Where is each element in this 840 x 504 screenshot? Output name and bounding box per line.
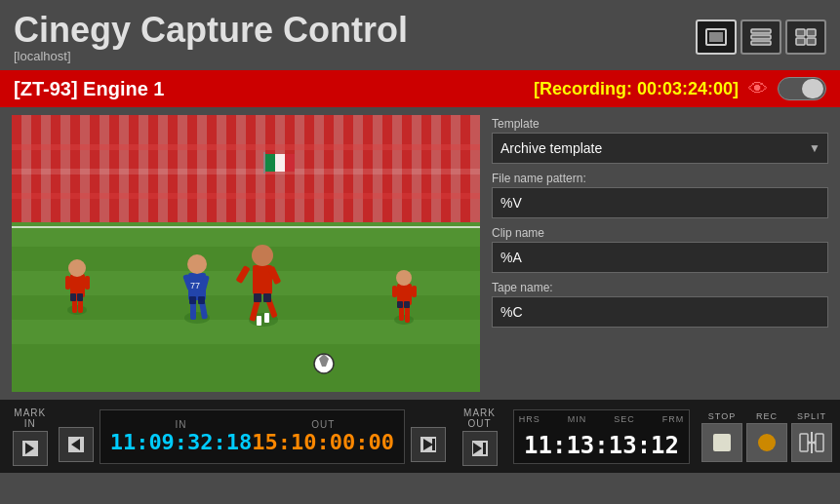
svg-rect-54 (257, 316, 261, 326)
svg-point-39 (187, 254, 207, 274)
app-header: Cinegy Capture Control [localhost] (0, 0, 840, 70)
svg-rect-3 (751, 35, 771, 39)
hrs-label: HRS (519, 414, 540, 424)
split-icon (799, 430, 824, 455)
clip-name-label: Clip name (492, 226, 828, 240)
list-view-button[interactable] (740, 19, 781, 55)
svg-rect-33 (70, 293, 76, 301)
current-tc-value: 11:13:13:12 (524, 432, 679, 459)
clip-name-input[interactable] (492, 242, 828, 273)
right-panel: Template Archive template ▼ File name pa… (492, 115, 828, 392)
split-button[interactable] (791, 423, 832, 462)
svg-rect-53 (263, 293, 271, 302)
svg-rect-16 (12, 193, 480, 199)
mark-out-button[interactable] (462, 431, 498, 466)
svg-rect-6 (807, 29, 816, 36)
svg-rect-1 (709, 32, 723, 42)
stop-icon (713, 434, 731, 451)
mark-in-label: MARK IN (8, 407, 53, 429)
timecode-strip: IN 11:09:32:18 OUT 15:10:00:00 (100, 409, 405, 464)
toggle-knob (802, 79, 823, 98)
tc-in-label: IN (175, 419, 186, 430)
svg-rect-31 (65, 276, 70, 290)
list-view-icon (750, 28, 772, 46)
tc-units-row: HRS MIN SEC FRM (524, 414, 679, 424)
svg-rect-52 (254, 293, 261, 302)
svg-rect-34 (77, 293, 83, 301)
goto-in-button[interactable] (59, 427, 94, 462)
svg-rect-19 (285, 154, 295, 172)
split-label: SPLIT (791, 411, 832, 421)
mark-in-icon (20, 439, 40, 458)
app-subtitle: [localhost] (14, 49, 408, 63)
svg-text:77: 77 (190, 281, 200, 291)
mark-in-section: MARK IN (8, 407, 53, 466)
grid-view-button[interactable] (785, 19, 826, 55)
sec-label: SEC (614, 414, 635, 424)
svg-rect-65 (404, 301, 410, 308)
frm-label: FRM (662, 414, 685, 424)
svg-rect-75 (483, 443, 486, 454)
svg-rect-63 (412, 286, 417, 297)
app-branding: Cinegy Capture Control [localhost] (14, 11, 408, 64)
mark-in-button[interactable] (13, 431, 48, 466)
svg-rect-42 (189, 296, 196, 304)
svg-rect-5 (796, 29, 805, 36)
svg-rect-55 (264, 313, 269, 323)
filename-pattern-label: File name pattern: (492, 172, 828, 185)
transport-buttons-row (701, 423, 832, 462)
video-preview: 77 (12, 115, 480, 392)
filename-pattern-group: File name pattern: (492, 172, 828, 218)
stop-button[interactable] (701, 423, 742, 462)
bottom-bar: MARK IN IN 11:09:32:18 OUT 15:10:00:00 (0, 400, 840, 473)
clip-name-group: Clip name (492, 226, 828, 273)
svg-rect-72 (432, 439, 435, 450)
tc-out-group: OUT 15:10:00:00 (252, 419, 394, 454)
recording-toggle[interactable] (778, 77, 826, 100)
single-view-button[interactable] (696, 19, 737, 55)
min-label: MIN (568, 414, 587, 424)
tape-name-label: Tape name: (492, 281, 828, 294)
template-select[interactable]: Archive template (492, 133, 828, 164)
svg-rect-32 (85, 276, 90, 290)
engine-bar: [ZT-93] Engine 1 [Recording: 00:03:24:00… (0, 70, 840, 107)
template-group: Template Archive template ▼ (492, 117, 828, 164)
svg-rect-7 (796, 38, 805, 45)
goto-out-section (411, 411, 446, 462)
svg-rect-2 (751, 29, 771, 33)
svg-rect-76 (800, 434, 808, 451)
recording-label: [Recording: 00:03:24:00] (534, 79, 739, 99)
engine-name: [ZT-93] Engine 1 (14, 78, 164, 100)
view-buttons (696, 19, 826, 55)
eye-icon: 👁 (748, 78, 768, 100)
template-select-wrapper: Archive template ▼ (492, 133, 828, 164)
svg-rect-17 (265, 154, 275, 172)
rec-button[interactable] (746, 423, 787, 462)
tape-name-input[interactable] (492, 296, 828, 328)
svg-rect-14 (12, 144, 480, 150)
svg-rect-4 (751, 41, 771, 45)
filename-pattern-input[interactable] (492, 187, 828, 218)
soccer-scene-svg: 77 (12, 115, 480, 392)
current-timecode: HRS MIN SEC FRM 11:13:13:12 (513, 409, 690, 464)
transport-controls: STOP REC SPLIT (701, 411, 832, 462)
svg-point-61 (396, 270, 412, 286)
svg-rect-15 (12, 169, 480, 174)
svg-rect-22 (12, 222, 480, 247)
tc-out-label: OUT (311, 419, 335, 430)
tc-in-group: IN 11:09:32:18 (110, 419, 253, 454)
mark-out-section: MARK OUT (452, 407, 507, 466)
svg-rect-62 (392, 286, 397, 297)
app-title: Cinegy Capture Control (14, 11, 408, 50)
svg-rect-20 (263, 152, 265, 174)
goto-in-icon (66, 435, 86, 454)
main-content: 77 (0, 107, 840, 400)
engine-status: [Recording: 00:03:24:00] 👁 (534, 77, 826, 100)
tape-name-group: Tape name: (492, 281, 828, 328)
svg-rect-77 (816, 434, 823, 451)
goto-in-section (59, 411, 94, 462)
goto-out-icon (419, 435, 438, 454)
goto-out-button[interactable] (411, 427, 446, 462)
svg-rect-8 (807, 38, 816, 45)
svg-point-30 (68, 259, 86, 277)
